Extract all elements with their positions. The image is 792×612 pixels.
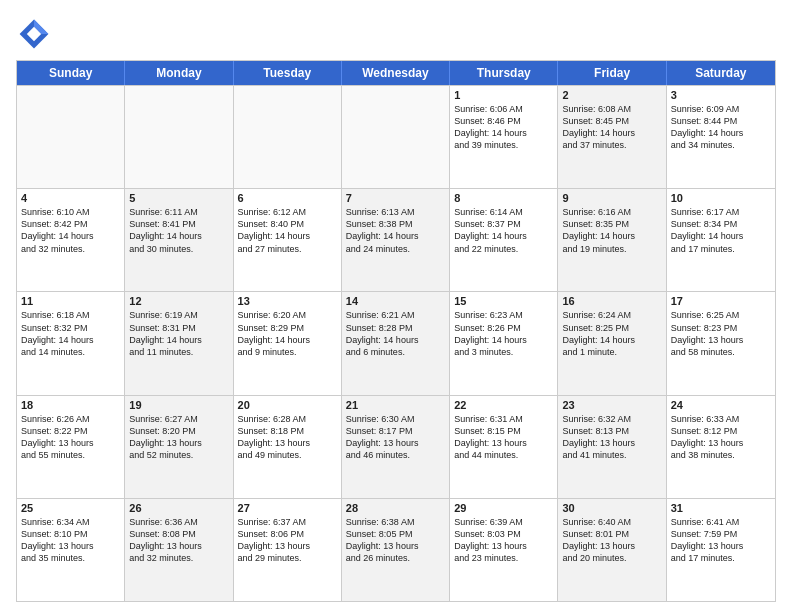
cell-info: Sunrise: 6:09 AM Sunset: 8:44 PM Dayligh… <box>671 103 771 152</box>
day-number: 11 <box>21 295 120 307</box>
cal-cell-9: 9Sunrise: 6:16 AM Sunset: 8:35 PM Daylig… <box>558 189 666 291</box>
cell-info: Sunrise: 6:40 AM Sunset: 8:01 PM Dayligh… <box>562 516 661 565</box>
cal-cell-11: 11Sunrise: 6:18 AM Sunset: 8:32 PM Dayli… <box>17 292 125 394</box>
cell-info: Sunrise: 6:10 AM Sunset: 8:42 PM Dayligh… <box>21 206 120 255</box>
page: SundayMondayTuesdayWednesdayThursdayFrid… <box>0 0 792 612</box>
day-number: 24 <box>671 399 771 411</box>
cell-info: Sunrise: 6:41 AM Sunset: 7:59 PM Dayligh… <box>671 516 771 565</box>
day-number: 5 <box>129 192 228 204</box>
cal-cell-30: 30Sunrise: 6:40 AM Sunset: 8:01 PM Dayli… <box>558 499 666 601</box>
cell-info: Sunrise: 6:17 AM Sunset: 8:34 PM Dayligh… <box>671 206 771 255</box>
cal-cell-4: 4Sunrise: 6:10 AM Sunset: 8:42 PM Daylig… <box>17 189 125 291</box>
day-number: 8 <box>454 192 553 204</box>
cal-cell-6: 6Sunrise: 6:12 AM Sunset: 8:40 PM Daylig… <box>234 189 342 291</box>
cell-info: Sunrise: 6:26 AM Sunset: 8:22 PM Dayligh… <box>21 413 120 462</box>
cell-info: Sunrise: 6:37 AM Sunset: 8:06 PM Dayligh… <box>238 516 337 565</box>
day-number: 19 <box>129 399 228 411</box>
day-number: 30 <box>562 502 661 514</box>
day-number: 4 <box>21 192 120 204</box>
cal-cell-8: 8Sunrise: 6:14 AM Sunset: 8:37 PM Daylig… <box>450 189 558 291</box>
cal-cell-1: 1Sunrise: 6:06 AM Sunset: 8:46 PM Daylig… <box>450 86 558 188</box>
cal-cell-2: 2Sunrise: 6:08 AM Sunset: 8:45 PM Daylig… <box>558 86 666 188</box>
header-day-wednesday: Wednesday <box>342 61 450 85</box>
day-number: 21 <box>346 399 445 411</box>
header-day-thursday: Thursday <box>450 61 558 85</box>
day-number: 3 <box>671 89 771 101</box>
cal-row-4: 25Sunrise: 6:34 AM Sunset: 8:10 PM Dayli… <box>17 498 775 601</box>
day-number: 25 <box>21 502 120 514</box>
cal-cell-21: 21Sunrise: 6:30 AM Sunset: 8:17 PM Dayli… <box>342 396 450 498</box>
cal-row-2: 11Sunrise: 6:18 AM Sunset: 8:32 PM Dayli… <box>17 291 775 394</box>
cell-info: Sunrise: 6:39 AM Sunset: 8:03 PM Dayligh… <box>454 516 553 565</box>
cal-cell-14: 14Sunrise: 6:21 AM Sunset: 8:28 PM Dayli… <box>342 292 450 394</box>
cal-cell-empty-0-1 <box>125 86 233 188</box>
cell-info: Sunrise: 6:19 AM Sunset: 8:31 PM Dayligh… <box>129 309 228 358</box>
calendar: SundayMondayTuesdayWednesdayThursdayFrid… <box>16 60 776 602</box>
cal-row-3: 18Sunrise: 6:26 AM Sunset: 8:22 PM Dayli… <box>17 395 775 498</box>
day-number: 27 <box>238 502 337 514</box>
cal-cell-12: 12Sunrise: 6:19 AM Sunset: 8:31 PM Dayli… <box>125 292 233 394</box>
day-number: 16 <box>562 295 661 307</box>
cell-info: Sunrise: 6:31 AM Sunset: 8:15 PM Dayligh… <box>454 413 553 462</box>
cal-cell-23: 23Sunrise: 6:32 AM Sunset: 8:13 PM Dayli… <box>558 396 666 498</box>
header-day-sunday: Sunday <box>17 61 125 85</box>
cell-info: Sunrise: 6:32 AM Sunset: 8:13 PM Dayligh… <box>562 413 661 462</box>
cal-row-0: 1Sunrise: 6:06 AM Sunset: 8:46 PM Daylig… <box>17 85 775 188</box>
day-number: 7 <box>346 192 445 204</box>
cell-info: Sunrise: 6:24 AM Sunset: 8:25 PM Dayligh… <box>562 309 661 358</box>
cell-info: Sunrise: 6:16 AM Sunset: 8:35 PM Dayligh… <box>562 206 661 255</box>
cell-info: Sunrise: 6:12 AM Sunset: 8:40 PM Dayligh… <box>238 206 337 255</box>
cell-info: Sunrise: 6:28 AM Sunset: 8:18 PM Dayligh… <box>238 413 337 462</box>
cal-cell-22: 22Sunrise: 6:31 AM Sunset: 8:15 PM Dayli… <box>450 396 558 498</box>
day-number: 14 <box>346 295 445 307</box>
cal-cell-3: 3Sunrise: 6:09 AM Sunset: 8:44 PM Daylig… <box>667 86 775 188</box>
cell-info: Sunrise: 6:13 AM Sunset: 8:38 PM Dayligh… <box>346 206 445 255</box>
cell-info: Sunrise: 6:25 AM Sunset: 8:23 PM Dayligh… <box>671 309 771 358</box>
calendar-header: SundayMondayTuesdayWednesdayThursdayFrid… <box>17 61 775 85</box>
day-number: 10 <box>671 192 771 204</box>
cell-info: Sunrise: 6:23 AM Sunset: 8:26 PM Dayligh… <box>454 309 553 358</box>
cal-cell-26: 26Sunrise: 6:36 AM Sunset: 8:08 PM Dayli… <box>125 499 233 601</box>
cell-info: Sunrise: 6:14 AM Sunset: 8:37 PM Dayligh… <box>454 206 553 255</box>
day-number: 12 <box>129 295 228 307</box>
cell-info: Sunrise: 6:11 AM Sunset: 8:41 PM Dayligh… <box>129 206 228 255</box>
logo <box>16 16 58 52</box>
cell-info: Sunrise: 6:27 AM Sunset: 8:20 PM Dayligh… <box>129 413 228 462</box>
day-number: 20 <box>238 399 337 411</box>
cell-info: Sunrise: 6:36 AM Sunset: 8:08 PM Dayligh… <box>129 516 228 565</box>
cal-cell-19: 19Sunrise: 6:27 AM Sunset: 8:20 PM Dayli… <box>125 396 233 498</box>
day-number: 23 <box>562 399 661 411</box>
header-day-saturday: Saturday <box>667 61 775 85</box>
cal-cell-17: 17Sunrise: 6:25 AM Sunset: 8:23 PM Dayli… <box>667 292 775 394</box>
cell-info: Sunrise: 6:34 AM Sunset: 8:10 PM Dayligh… <box>21 516 120 565</box>
day-number: 1 <box>454 89 553 101</box>
cal-cell-13: 13Sunrise: 6:20 AM Sunset: 8:29 PM Dayli… <box>234 292 342 394</box>
cell-info: Sunrise: 6:06 AM Sunset: 8:46 PM Dayligh… <box>454 103 553 152</box>
cell-info: Sunrise: 6:18 AM Sunset: 8:32 PM Dayligh… <box>21 309 120 358</box>
cal-cell-empty-0-2 <box>234 86 342 188</box>
day-number: 9 <box>562 192 661 204</box>
day-number: 13 <box>238 295 337 307</box>
cal-cell-10: 10Sunrise: 6:17 AM Sunset: 8:34 PM Dayli… <box>667 189 775 291</box>
cal-cell-28: 28Sunrise: 6:38 AM Sunset: 8:05 PM Dayli… <box>342 499 450 601</box>
header-day-monday: Monday <box>125 61 233 85</box>
day-number: 18 <box>21 399 120 411</box>
cell-info: Sunrise: 6:20 AM Sunset: 8:29 PM Dayligh… <box>238 309 337 358</box>
cal-cell-29: 29Sunrise: 6:39 AM Sunset: 8:03 PM Dayli… <box>450 499 558 601</box>
day-number: 31 <box>671 502 771 514</box>
header-day-tuesday: Tuesday <box>234 61 342 85</box>
cal-cell-5: 5Sunrise: 6:11 AM Sunset: 8:41 PM Daylig… <box>125 189 233 291</box>
day-number: 6 <box>238 192 337 204</box>
day-number: 22 <box>454 399 553 411</box>
day-number: 29 <box>454 502 553 514</box>
cell-info: Sunrise: 6:21 AM Sunset: 8:28 PM Dayligh… <box>346 309 445 358</box>
day-number: 28 <box>346 502 445 514</box>
day-number: 17 <box>671 295 771 307</box>
cal-cell-24: 24Sunrise: 6:33 AM Sunset: 8:12 PM Dayli… <box>667 396 775 498</box>
cell-info: Sunrise: 6:38 AM Sunset: 8:05 PM Dayligh… <box>346 516 445 565</box>
cal-cell-7: 7Sunrise: 6:13 AM Sunset: 8:38 PM Daylig… <box>342 189 450 291</box>
header-day-friday: Friday <box>558 61 666 85</box>
cell-info: Sunrise: 6:33 AM Sunset: 8:12 PM Dayligh… <box>671 413 771 462</box>
day-number: 26 <box>129 502 228 514</box>
header <box>16 16 776 52</box>
